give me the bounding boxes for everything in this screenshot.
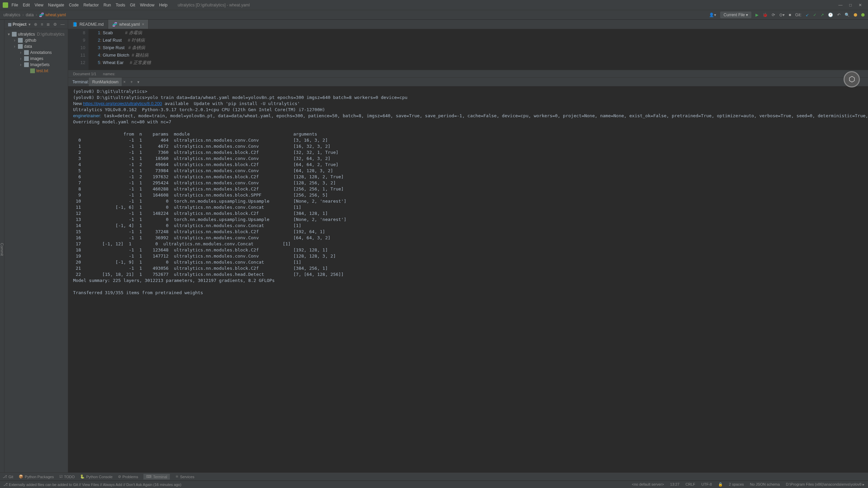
status-schema[interactable]: No JSON schema — [750, 482, 780, 487]
git-commit-icon[interactable]: ✓ — [813, 13, 816, 17]
menu-navigate[interactable]: Navigate — [48, 3, 64, 7]
folder-icon — [24, 56, 29, 61]
menu-tools[interactable]: Tools — [116, 3, 125, 7]
tree-label: .github — [24, 38, 36, 43]
stop-icon[interactable]: ■ — [789, 13, 791, 17]
git-pull-icon[interactable]: ↙ — [806, 13, 809, 17]
menu-run[interactable]: Run — [103, 3, 111, 7]
status-message[interactable]: Externally added files can be added to G… — [9, 483, 181, 487]
tree-root[interactable]: ▾ ultralytics D:\git\ultralytics — [4, 31, 68, 37]
status-eol[interactable]: CRLF — [686, 482, 695, 487]
editor-tab-readme[interactable]: 📘 README.md — [68, 20, 108, 29]
menu-git[interactable]: Git — [130, 3, 135, 7]
menu-file[interactable]: File — [12, 3, 18, 7]
chevron-icon[interactable]: › — [20, 50, 24, 55]
window-controls: — □ ✕ — [839, 3, 865, 7]
editor-tab-wheat[interactable]: 🧬 wheat.yaml × — [108, 20, 149, 29]
tree-row[interactable]: ›images — [4, 56, 68, 62]
chevron-icon[interactable]: › — [14, 38, 18, 43]
lock-icon[interactable]: 🔒 — [718, 482, 723, 487]
status-server[interactable]: <no default server> — [632, 482, 664, 487]
tree-row[interactable]: ›.github — [4, 37, 68, 43]
status-encoding[interactable]: UTF-8 — [702, 482, 712, 487]
close-icon[interactable]: × — [142, 22, 144, 27]
status-indent[interactable]: 2 spaces — [729, 482, 744, 487]
git-push-icon[interactable]: ↗ — [821, 13, 824, 17]
project-title[interactable]: Project — [13, 22, 26, 27]
git-history-icon[interactable]: 🕐 — [828, 13, 833, 17]
breadcrumb-file[interactable]: 🧬 wheat.yaml — [39, 13, 66, 17]
tree-row[interactable]: ›data — [4, 43, 68, 49]
app-icon — [3, 2, 8, 8]
editor-content[interactable]: 89101112 1: Scab # 赤霉病 2: Leaf Rust # 叶锈… — [68, 29, 868, 70]
target-icon[interactable]: ⊕ — [34, 22, 37, 27]
tool-todo[interactable]: ☑TODO — [59, 474, 75, 479]
add-tab-icon[interactable]: + — [130, 80, 133, 84]
gear-icon[interactable]: ⚙ — [53, 22, 57, 27]
minimize-icon[interactable]: — — [839, 3, 843, 7]
tool-problems[interactable]: ⊘Problems — [118, 474, 138, 479]
title-bar: File Edit View Navigate Code Refactor Ru… — [0, 0, 868, 10]
menu-refactor[interactable]: Refactor — [83, 3, 99, 7]
field-name: names: — [103, 72, 115, 76]
editor-tabs: 📘 README.md 🧬 wheat.yaml × — [68, 20, 868, 29]
chevron-down-icon[interactable]: ▾ — [137, 80, 139, 84]
project-tree[interactable]: ▾ ultralytics D:\git\ultralytics ›.githu… — [4, 29, 68, 472]
menu-view[interactable]: View — [35, 3, 43, 7]
chevron-down-icon[interactable]: ▾ — [28, 22, 31, 27]
coverage-icon[interactable]: ⟳ — [772, 13, 775, 17]
chevron-icon[interactable]: › — [14, 44, 18, 49]
tool-python-packages[interactable]: 📦Python Packages — [19, 474, 54, 479]
terminal-tab[interactable]: RunMarkdown — [89, 78, 122, 86]
folder-icon — [18, 44, 23, 49]
close-icon[interactable]: × — [123, 80, 125, 84]
tool-git[interactable]: ⎇Git — [3, 474, 13, 479]
chevron-icon[interactable]: › — [20, 62, 24, 67]
chevron-right-icon: › — [22, 13, 24, 17]
rollback-icon[interactable]: ↶ — [837, 13, 841, 17]
services-icon: ⚛ — [175, 474, 179, 479]
tree-row[interactable]: test.txt — [4, 68, 68, 74]
project-icon: ▦ — [8, 22, 12, 27]
run-config-selector[interactable]: Current File ▾ — [720, 12, 751, 18]
hide-icon[interactable]: — — [60, 22, 64, 27]
ai-assistant-badge[interactable]: ⬡ — [844, 71, 860, 87]
tool-services[interactable]: ⚛Services — [175, 474, 194, 479]
menu-code[interactable]: Code — [69, 3, 79, 7]
maximize-icon[interactable]: □ — [849, 3, 852, 7]
run-icon[interactable]: ▶ — [755, 13, 758, 17]
commit-tool-stripe[interactable]: Commit — [0, 26, 4, 472]
breadcrumb-bar: ultralytics › data › 🧬 wheat.yaml 👤▾ Cur… — [0, 10, 868, 20]
expand-icon[interactable]: ≡ — [41, 22, 43, 27]
close-icon[interactable]: ✕ — [859, 3, 862, 7]
status-interpreter[interactable]: D:\Program Files (x86)\anaconda\envs\yol… — [786, 482, 865, 487]
git-label: Git: — [795, 13, 802, 17]
chevron-icon[interactable]: › — [20, 56, 24, 61]
tree-row[interactable]: ›Annotations — [4, 49, 68, 56]
terminal-body[interactable]: (yolov8) D:\git\ultralytics> (yolov8) D:… — [68, 86, 868, 298]
code[interactable]: 1: Scab # 赤霉病 2: Leaf Rust # 叶锈病 3: Stri… — [88, 29, 868, 70]
python-icon: 🐍 — [80, 474, 85, 479]
tool-terminal[interactable]: ⌨Terminal — [143, 474, 170, 480]
collapse-icon[interactable]: ≣ — [46, 22, 50, 27]
debug-icon[interactable]: 🐞 — [763, 13, 768, 17]
ide-status-icon[interactable] — [854, 13, 857, 17]
breadcrumb-folder[interactable]: data — [26, 13, 34, 17]
breadcrumb-root[interactable]: ultralytics — [3, 13, 20, 17]
menu-edit[interactable]: Edit — [23, 3, 30, 7]
menu-window[interactable]: Window — [140, 3, 155, 7]
ide-ready-icon[interactable] — [861, 13, 865, 17]
menu-help[interactable]: Help — [159, 3, 167, 7]
vcs-branch-icon[interactable]: ⎇ — [3, 482, 8, 487]
add-user-icon[interactable]: 👤▾ — [709, 13, 716, 17]
chevron-down-icon[interactable]: ▾ — [8, 32, 12, 37]
tree-row[interactable]: ›ImageSets — [4, 62, 68, 68]
profile-icon[interactable]: ⊙▾ — [779, 13, 785, 17]
status-caret[interactable]: 13:27 — [670, 482, 679, 487]
tool-python-console[interactable]: 🐍Python Console — [80, 474, 113, 479]
folder-icon — [12, 32, 17, 37]
search-icon[interactable]: 🔍 — [845, 13, 850, 17]
chevron-right-icon: › — [36, 13, 37, 17]
package-icon: 📦 — [19, 474, 23, 479]
menu-bar: File Edit View Navigate Code Refactor Ru… — [12, 3, 167, 7]
